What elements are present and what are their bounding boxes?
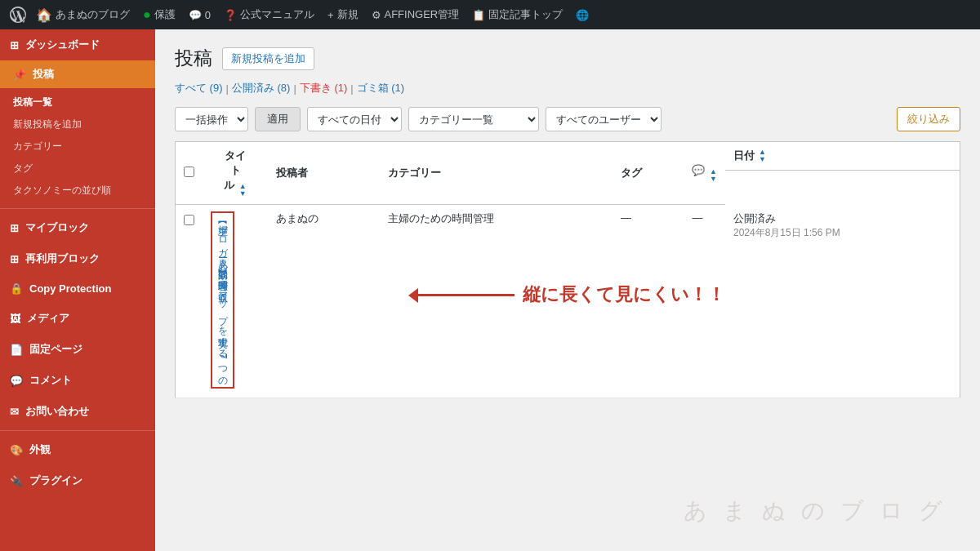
contact-label: お問い合わせ: [25, 404, 89, 419]
sidebar-item-posts[interactable]: 📌 投稿: [0, 60, 155, 88]
admin-bar-affinger[interactable]: ⚙ AFFINGER管理: [365, 0, 466, 29]
filter-bar: 一括操作 適用 すべての日付 カテゴリー一覧 すべてのユーザー 絞り込み: [175, 107, 960, 131]
wp-logo[interactable]: [7, 0, 29, 29]
title-header[interactable]: タイトル ▲▼: [203, 142, 268, 205]
appearance-icon: 🎨: [10, 444, 23, 456]
sidebar-subitem-list[interactable]: 投稿一覧: [0, 91, 155, 113]
sidebar-item-copy-protection[interactable]: 🔒 Copy Protection: [0, 274, 155, 303]
title-sort-arrows: ▲▼: [239, 183, 247, 198]
narrow-button[interactable]: 絞り込み: [897, 107, 960, 131]
page-title: 投稿: [175, 46, 212, 71]
sidebar-item-plugins[interactable]: 🔌 プラグイン: [0, 465, 155, 496]
media-label: メディア: [27, 311, 69, 326]
author-header: 投稿者: [268, 142, 380, 205]
status-trash[interactable]: ゴミ箱 (1): [357, 81, 405, 96]
fixed-label: 固定記事トップ: [488, 7, 563, 22]
user-select[interactable]: すべてのユーザー: [546, 107, 662, 131]
clipboard-icon: 📋: [472, 9, 485, 21]
sidebar-item-contact[interactable]: ✉ お問い合わせ: [0, 396, 155, 427]
copy-protection-label: Copy Protection: [29, 282, 111, 295]
sidebar-item-media[interactable]: 🖼 メディア: [0, 303, 155, 334]
category-header: カテゴリー: [380, 142, 612, 205]
admin-bar-new[interactable]: + 新規: [321, 0, 365, 29]
manual-label: 公式マニュアル: [240, 7, 314, 22]
arrow-line: [416, 294, 514, 296]
admin-bar-globe[interactable]: 🌐: [569, 0, 595, 29]
tag-header: タグ: [612, 142, 684, 205]
app-layout: ⊞ ダッシュボード 📌 投稿 投稿一覧 新規投稿を追加 カテゴリー タグ タクソ…: [0, 29, 980, 551]
sidebar-subitem-tags[interactable]: タグ: [0, 158, 155, 180]
add-new-label: 新規投稿を追加: [13, 118, 82, 130]
row-date-detail: 2024年8月15日 1:56 PM: [733, 227, 840, 238]
admin-bar-fixed[interactable]: 📋 固定記事トップ: [466, 0, 569, 29]
status-published[interactable]: 公開済み (8): [232, 81, 291, 96]
row-checkbox[interactable]: [184, 215, 194, 225]
admin-bar-protect[interactable]: ● 保護: [136, 0, 182, 29]
main-content: 投稿 新規投稿を追加 すべて (9) | 公開済み (8) | 下書き (1) …: [155, 29, 980, 551]
appearance-label: 外観: [29, 442, 51, 457]
plugins-icon: 🔌: [10, 475, 23, 487]
annotation-text: 縦に長くて見にくい！！: [523, 282, 725, 307]
page-header: 投稿 新規投稿を追加: [175, 46, 960, 71]
posts-table: タイトル ▲▼ 投稿者 カテゴリー タグ 💬 ▲▼ 日付 ▲▼: [175, 141, 960, 398]
list-label: 投稿一覧: [13, 96, 52, 108]
pages-label: 固定ページ: [29, 342, 82, 357]
sidebar-item-comments[interactable]: 💬 コメント: [0, 365, 155, 396]
sidebar-subitem-categories[interactable]: カテゴリー: [0, 136, 155, 158]
date-select[interactable]: すべての日付: [307, 107, 402, 131]
sidebar: ⊞ ダッシュボード 📌 投稿 投稿一覧 新規投稿を追加 カテゴリー タグ タクソ…: [0, 29, 155, 551]
bulk-select[interactable]: 一括操作: [175, 107, 248, 131]
sidebar-subitem-taxonomy[interactable]: タクソノミーの並び順: [0, 180, 155, 202]
watermark: あ ま ぬ の ブ ロ グ: [684, 495, 947, 527]
reusable-icon: ⊞: [10, 253, 19, 265]
sidebar-item-myblock[interactable]: ⊞ マイブロック: [0, 212, 155, 243]
row-checkbox-cell[interactable]: [176, 205, 203, 398]
sidebar-item-dashboard[interactable]: ⊞ ダッシュボード: [0, 29, 155, 60]
category-select[interactable]: カテゴリー一覧: [408, 107, 539, 131]
dashboard-label: ダッシュボード: [25, 38, 100, 52]
new-label: 新規: [337, 7, 359, 22]
select-all-col: [176, 142, 203, 205]
row-status: 公開済み: [733, 212, 776, 224]
globe-icon: 🌐: [576, 9, 589, 21]
status-draft[interactable]: 下書き (1): [300, 81, 348, 96]
date-header[interactable]: 日付 ▲▼: [725, 142, 960, 171]
row-date-cell: 公開済み 2024年8月15日 1:56 PM: [725, 205, 960, 398]
site-name-label: あまぬのブログ: [56, 7, 130, 22]
protect-dot: ●: [143, 7, 151, 22]
sidebar-item-appearance[interactable]: 🎨 外観: [0, 434, 155, 465]
comment-header-icon: 💬: [692, 164, 705, 176]
status-links: すべて (9) | 公開済み (8) | 下書き (1) | ゴミ箱 (1): [175, 81, 960, 96]
plugins-label: プラグイン: [29, 473, 82, 488]
sidebar-item-reusable[interactable]: ⊞ 再利用ブロック: [0, 243, 155, 274]
myblock-icon: ⊞: [10, 222, 19, 234]
sidebar-subitem-add-new[interactable]: 新規投稿を追加: [0, 113, 155, 136]
tags-label: タグ: [13, 162, 33, 174]
admin-bar: 🏠 あまぬのブログ ● 保護 💬 0 ❓ 公式マニュアル + 新規 ⚙ AFFI…: [0, 0, 980, 29]
posts-submenu: 投稿一覧 新規投稿を追加 カテゴリー タグ タクソノミーの並び順: [0, 88, 155, 205]
post-title[interactable]: 【主婦ブロガー必見！】効率的な時間管理で収益アップを実現する7つの: [211, 211, 234, 389]
sep1: |: [226, 82, 229, 95]
lock-icon: 🔒: [10, 282, 23, 295]
dashboard-icon: ⊞: [10, 39, 19, 51]
home-icon: 🏠: [36, 7, 52, 23]
posts-label: 投稿: [33, 67, 54, 82]
apply-button[interactable]: 適用: [255, 107, 301, 131]
status-all[interactable]: すべて (9): [175, 81, 223, 96]
select-all-checkbox[interactable]: [184, 167, 194, 177]
comments-icon: 💬: [10, 375, 23, 387]
pin-icon: 📌: [13, 69, 26, 81]
add-new-button[interactable]: 新規投稿を追加: [222, 47, 314, 70]
comment-count: 0: [205, 9, 211, 21]
taxonomy-label: タクソノミーの並び順: [13, 184, 111, 196]
plus-icon: +: [327, 9, 334, 21]
admin-bar-comments[interactable]: 💬 0: [182, 0, 217, 29]
comments-label: コメント: [29, 373, 72, 388]
affinger-label: AFFINGER管理: [385, 7, 460, 22]
pages-icon: 📄: [10, 344, 23, 356]
admin-bar-manual[interactable]: ❓ 公式マニュアル: [217, 0, 321, 29]
sidebar-item-pages[interactable]: 📄 固定ページ: [0, 334, 155, 365]
sep3: |: [350, 82, 353, 95]
admin-bar-site[interactable]: 🏠 あまぬのブログ: [29, 0, 136, 29]
sep2: |: [293, 82, 296, 95]
